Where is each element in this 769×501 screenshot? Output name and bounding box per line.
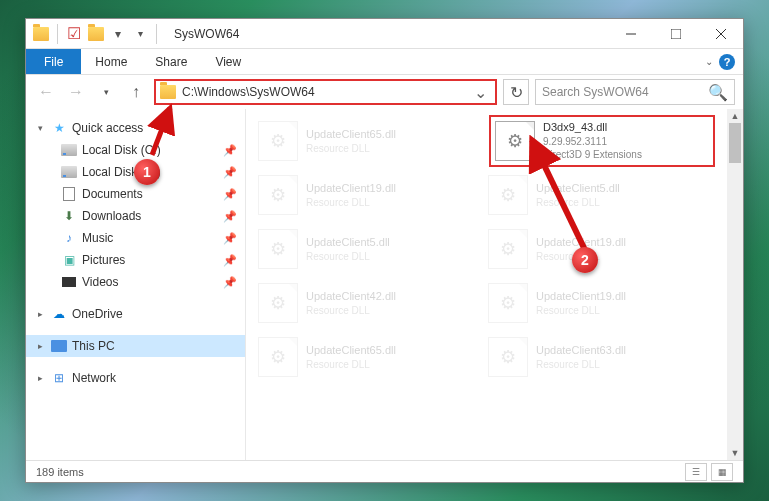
address-dropdown-icon[interactable]: ⌄ xyxy=(470,83,491,102)
window-title: SysWOW64 xyxy=(166,27,608,41)
sidebar-videos[interactable]: Videos📌 xyxy=(26,271,245,293)
scroll-thumb[interactable] xyxy=(729,123,741,163)
videos-icon xyxy=(60,274,78,290)
content-pane: ⚙UpdateClient65.dllResource DLL⚙UpdateCl… xyxy=(246,109,743,460)
pin-icon: 📌 xyxy=(223,166,237,179)
chevron-right-icon[interactable]: ▸ xyxy=(38,373,50,383)
callout-arrow-2 xyxy=(520,130,600,264)
item-count: 189 items xyxy=(36,466,685,478)
sidebar-documents[interactable]: Documents📌 xyxy=(26,183,245,205)
document-icon xyxy=(60,186,78,202)
pin-icon: 📌 xyxy=(223,188,237,201)
pin-icon: 📌 xyxy=(223,276,237,289)
download-icon: ⬇ xyxy=(60,208,78,224)
network-icon: ⊞ xyxy=(50,370,68,386)
titlebar: ☑ ▾ ▾ SysWOW64 xyxy=(26,19,743,49)
details-view-button[interactable]: ☰ xyxy=(685,463,707,481)
refresh-button[interactable]: ↻ xyxy=(503,79,529,105)
minimize-button[interactable] xyxy=(608,19,653,49)
properties-icon[interactable]: ☑ xyxy=(65,25,83,43)
pictures-icon: ▣ xyxy=(60,252,78,268)
sidebar-network[interactable]: ▸⊞Network xyxy=(26,367,245,389)
navigation-pane: ▾ ★ Quick access Local Disk (C:)📌 Local … xyxy=(26,109,246,460)
vertical-scrollbar[interactable]: ▲ ▼ xyxy=(727,109,743,460)
close-button[interactable] xyxy=(698,19,743,49)
pin-icon: 📌 xyxy=(223,210,237,223)
help-icon[interactable]: ? xyxy=(719,54,735,70)
explorer-window: ☑ ▾ ▾ SysWOW64 File Home Share View ⌄ ? … xyxy=(25,18,744,483)
file-tab[interactable]: File xyxy=(26,49,81,74)
chevron-right-icon[interactable]: ▸ xyxy=(38,341,50,351)
icons-view-button[interactable]: ▦ xyxy=(711,463,733,481)
ribbon: File Home Share View ⌄ ? xyxy=(26,49,743,75)
callout-1: 1 xyxy=(134,159,160,185)
pc-icon xyxy=(50,338,68,354)
star-icon: ★ xyxy=(50,120,68,136)
forward-button[interactable]: → xyxy=(64,80,88,104)
svg-line-7 xyxy=(532,140,585,250)
pin-icon: 📌 xyxy=(223,144,237,157)
folder-icon xyxy=(160,85,176,99)
address-bar[interactable]: C:\Windows\SysWOW64 ⌄ xyxy=(154,79,497,105)
chevron-down-icon[interactable]: ▾ xyxy=(38,123,50,133)
folder-icon xyxy=(32,25,50,43)
sidebar-pictures[interactable]: ▣Pictures📌 xyxy=(26,249,245,271)
home-tab[interactable]: Home xyxy=(81,49,141,74)
address-path: C:\Windows\SysWOW64 xyxy=(182,85,470,99)
callout-2: 2 xyxy=(572,247,598,273)
back-button[interactable]: ← xyxy=(34,80,58,104)
recent-dropdown[interactable]: ▾ xyxy=(94,80,118,104)
chevron-right-icon[interactable]: ▸ xyxy=(38,309,50,319)
share-tab[interactable]: Share xyxy=(141,49,201,74)
sidebar-downloads[interactable]: ⬇Downloads📌 xyxy=(26,205,245,227)
cloud-icon: ☁ xyxy=(50,306,68,322)
qat-dropdown-icon[interactable]: ▾ xyxy=(109,25,127,43)
pin-icon: 📌 xyxy=(223,254,237,267)
sidebar-local-disk-c[interactable]: Local Disk (C:)📌 xyxy=(26,139,245,161)
scroll-down-icon[interactable]: ▼ xyxy=(727,446,743,460)
disk-icon xyxy=(60,164,78,180)
scroll-up-icon[interactable]: ▲ xyxy=(727,109,743,123)
new-folder-icon[interactable] xyxy=(87,25,105,43)
callout-arrow-1 xyxy=(146,100,186,164)
quick-access[interactable]: ▾ ★ Quick access xyxy=(26,117,245,139)
svg-line-5 xyxy=(152,108,170,155)
disk-icon xyxy=(60,142,78,158)
maximize-button[interactable] xyxy=(653,19,698,49)
music-icon: ♪ xyxy=(60,230,78,246)
search-placeholder: Search SysWOW64 xyxy=(542,85,708,99)
up-button[interactable]: ↑ xyxy=(124,80,148,104)
status-bar: 189 items ☰ ▦ xyxy=(26,460,743,482)
view-tab[interactable]: View xyxy=(201,49,255,74)
search-icon: 🔍 xyxy=(708,83,728,102)
pin-icon: 📌 xyxy=(223,232,237,245)
sidebar-music[interactable]: ♪Music📌 xyxy=(26,227,245,249)
svg-rect-1 xyxy=(671,29,681,39)
expand-ribbon-icon[interactable]: ⌄ xyxy=(705,56,713,67)
navbar: ← → ▾ ↑ C:\Windows\SysWOW64 ⌄ ↻ Search S… xyxy=(26,75,743,109)
sidebar-onedrive[interactable]: ▸☁OneDrive xyxy=(26,303,245,325)
search-box[interactable]: Search SysWOW64 🔍 xyxy=(535,79,735,105)
customize-icon[interactable]: ▾ xyxy=(131,25,149,43)
sidebar-this-pc[interactable]: ▸This PC xyxy=(26,335,245,357)
